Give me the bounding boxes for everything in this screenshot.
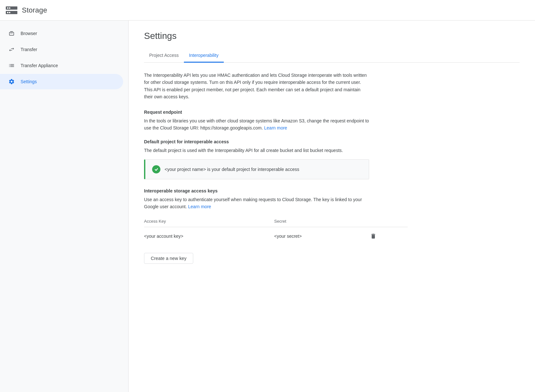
page-title: Settings bbox=[144, 31, 520, 41]
sidebar-item-transfer-appliance[interactable]: Transfer Appliance bbox=[0, 58, 123, 73]
request-endpoint-section: Request endpoint In the tools or librari… bbox=[144, 110, 520, 132]
content-area: Settings Project Access Interoperability… bbox=[129, 21, 535, 392]
sidebar: Browser Transfer Transfer Appliance Sett… bbox=[0, 21, 129, 392]
col-header-actions bbox=[369, 216, 408, 227]
create-new-key-button[interactable]: Create a new key bbox=[144, 253, 193, 264]
tabs: Project Access Interoperability bbox=[144, 49, 520, 63]
request-endpoint-learn-more[interactable]: Learn more bbox=[264, 125, 287, 130]
svg-rect-5 bbox=[9, 12, 10, 13]
check-circle-icon bbox=[152, 165, 161, 174]
table-row: <your account key> <your secret> bbox=[144, 227, 408, 245]
access-key-value: <your account key> bbox=[144, 227, 274, 245]
settings-icon bbox=[8, 78, 15, 85]
access-keys-desc: Use an access key to authenticate yourse… bbox=[144, 196, 369, 210]
request-endpoint-title: Request endpoint bbox=[144, 110, 520, 115]
default-project-title: Default project for interoperable access bbox=[144, 139, 520, 144]
delete-icon bbox=[370, 233, 376, 239]
transfer-icon bbox=[8, 46, 15, 53]
access-keys-table: Access Key Secret <your account key> <yo… bbox=[144, 216, 408, 245]
project-name: <your project name> bbox=[165, 167, 206, 172]
col-header-secret: Secret bbox=[274, 216, 369, 227]
request-endpoint-desc: In the tools or libraries you use with o… bbox=[144, 117, 369, 132]
sidebar-item-browser-label: Browser bbox=[21, 31, 37, 36]
sidebar-item-settings-label: Settings bbox=[21, 79, 37, 84]
col-header-access-key: Access Key bbox=[144, 216, 274, 227]
sidebar-item-settings[interactable]: Settings bbox=[0, 74, 123, 89]
sidebar-item-transfer[interactable]: Transfer bbox=[0, 42, 123, 57]
default-project-desc: The default project is used with the Int… bbox=[144, 147, 369, 154]
delete-cell bbox=[369, 227, 408, 245]
access-keys-learn-more[interactable]: Learn more bbox=[188, 204, 211, 209]
svg-rect-2 bbox=[9, 7, 10, 9]
secret-value: <your secret> bbox=[274, 227, 369, 245]
app-title: Storage bbox=[22, 6, 47, 14]
tab-project-access[interactable]: Project Access bbox=[144, 49, 184, 63]
sidebar-item-transfer-label: Transfer bbox=[21, 47, 37, 52]
svg-rect-4 bbox=[7, 12, 8, 13]
storage-logo-icon bbox=[5, 5, 18, 15]
project-default-box: <your project name> is your default proj… bbox=[144, 159, 369, 179]
delete-key-button[interactable] bbox=[369, 232, 378, 241]
interoperability-description: The Interoperability API lets you use HM… bbox=[144, 72, 369, 101]
sidebar-item-transfer-appliance-label: Transfer Appliance bbox=[21, 63, 58, 68]
svg-rect-1 bbox=[7, 7, 8, 9]
svg-point-6 bbox=[152, 165, 160, 174]
project-box-text: <your project name> is your default proj… bbox=[165, 167, 299, 172]
main-layout: Browser Transfer Transfer Appliance Sett… bbox=[0, 21, 535, 392]
access-keys-title: Interoperable storage access keys bbox=[144, 188, 520, 193]
list-icon bbox=[8, 62, 15, 69]
table-header-row: Access Key Secret bbox=[144, 216, 408, 227]
interoperability-content: The Interoperability API lets you use HM… bbox=[144, 72, 520, 264]
default-project-section: Default project for interoperable access… bbox=[144, 139, 520, 179]
access-keys-section: Interoperable storage access keys Use an… bbox=[144, 188, 520, 264]
top-header: Storage bbox=[0, 0, 535, 21]
sidebar-item-browser[interactable]: Browser bbox=[0, 26, 123, 41]
bucket-icon bbox=[8, 30, 15, 37]
tab-interoperability[interactable]: Interoperability bbox=[184, 49, 224, 63]
